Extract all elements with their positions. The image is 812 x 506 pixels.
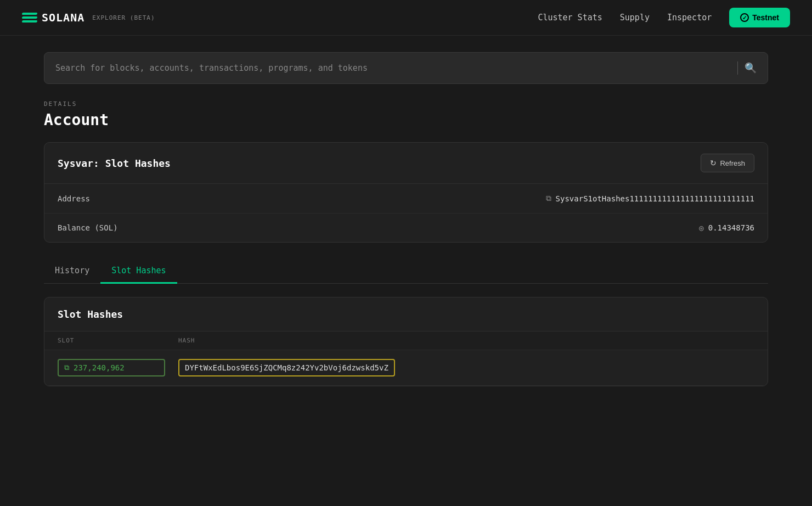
refresh-label: Refresh [720, 159, 745, 167]
search-bar[interactable]: Search for blocks, accounts, transaction… [44, 52, 768, 84]
th-hash: HASH [178, 337, 195, 344]
details-page-title: Account [44, 111, 768, 129]
slot-hashes-card-header: Slot Hashes [44, 297, 768, 331]
search-icon: 🔍 [745, 63, 757, 74]
testnet-button[interactable]: ✓ Testnet [729, 8, 790, 27]
balance-text: 0.14348736 [708, 223, 754, 232]
balance-value: ◎ 0.14348736 [699, 223, 754, 232]
address-row: Address ⧉ SysvarS1otHashes11111111111111… [44, 184, 768, 213]
balance-label: Balance (SOL) [58, 223, 118, 232]
search-button[interactable]: 🔍 [745, 62, 757, 74]
nav-inspector[interactable]: Inspector [667, 13, 712, 23]
solana-wordmark: SOLANA [42, 11, 84, 24]
refresh-button[interactable]: ↻ Refresh [701, 154, 754, 172]
account-card: Sysvar: Slot Hashes ↻ Refresh Address ⧉ … [44, 142, 768, 243]
header-left: SOLANA EXPLORER (BETA) [22, 11, 155, 24]
balance-row: Balance (SOL) ◎ 0.14348736 [44, 213, 768, 242]
solana-bar-2 [21, 16, 37, 19]
tab-slot-hashes[interactable]: Slot Hashes [100, 259, 177, 284]
account-card-title: Sysvar: Slot Hashes [58, 158, 171, 169]
solana-icon [22, 13, 37, 23]
address-text: SysvarS1otHashes111111111111111111111111… [556, 194, 754, 203]
address-value: ⧉ SysvarS1otHashes1111111111111111111111… [546, 194, 754, 203]
search-divider [737, 61, 738, 75]
header-nav: Cluster Stats Supply Inspector ✓ Testnet [538, 8, 790, 27]
slot-copy-icon[interactable]: ⧉ [64, 363, 69, 372]
th-slot: SLOT [58, 337, 178, 344]
nav-supply[interactable]: Supply [620, 13, 650, 23]
details-section-header: DETAILS Account [44, 100, 768, 129]
slot-hash-row: ⧉ 237,240,962 DYFtWxEdLbos9E6SjZQCMq8z24… [44, 350, 768, 386]
slot-hashes-card: Slot Hashes SLOT HASH ⧉ 237,240,962 DYFt… [44, 297, 768, 386]
solana-logo: SOLANA [22, 11, 84, 24]
check-circle-icon: ✓ [740, 13, 749, 22]
tab-history[interactable]: History [44, 259, 100, 284]
account-card-header: Sysvar: Slot Hashes ↻ Refresh [44, 143, 768, 184]
tabs-container: History Slot Hashes [44, 259, 768, 284]
slot-hashes-title: Slot Hashes [58, 308, 123, 320]
sol-circle-icon: ◎ [699, 223, 703, 232]
slot-hashes-table-header: SLOT HASH [44, 331, 768, 350]
slot-cell[interactable]: ⧉ 237,240,962 [58, 359, 165, 376]
testnet-label: Testnet [752, 13, 779, 22]
details-label: DETAILS [44, 100, 768, 108]
nav-cluster-stats[interactable]: Cluster Stats [538, 13, 602, 23]
solana-bar-1 [21, 13, 37, 15]
main-content: Search for blocks, accounts, transaction… [22, 36, 790, 403]
address-label: Address [58, 194, 90, 203]
refresh-icon: ↻ [710, 159, 717, 167]
address-copy-icon[interactable]: ⧉ [546, 194, 551, 203]
search-placeholder-text: Search for blocks, accounts, transaction… [55, 63, 731, 73]
hash-cell: DYFtWxEdLbos9E6SjZQCMq8z242Yv2bVoj6dzwsk… [178, 359, 395, 376]
explorer-beta-label: EXPLORER (BETA) [92, 14, 155, 21]
header: SOLANA EXPLORER (BETA) Cluster Stats Sup… [0, 0, 812, 36]
solana-bar-3 [21, 20, 37, 23]
slot-number: 237,240,962 [74, 363, 125, 372]
